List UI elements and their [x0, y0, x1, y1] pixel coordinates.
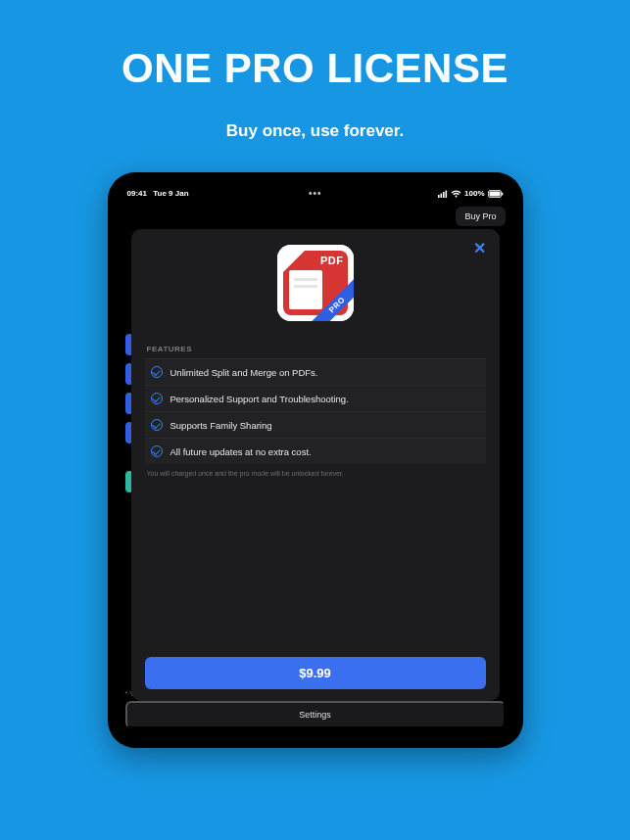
features-header: FEATURES	[147, 345, 486, 353]
settings-button[interactable]: Settings	[125, 701, 506, 728]
wifi-icon	[451, 190, 461, 198]
svg-rect-3	[446, 190, 448, 198]
feature-label: Supports Family Sharing	[170, 420, 272, 431]
fine-print: You will charged once and the pro mode w…	[147, 470, 484, 477]
feature-label: Unlimited Split and Merge on PDFs.	[170, 367, 318, 378]
status-time: 09:41	[127, 189, 147, 198]
feature-row: All future updates at no extra cost.	[145, 438, 486, 464]
app-icon-pdf-label: PDF	[320, 255, 344, 266]
svg-rect-5	[489, 191, 500, 196]
app-icon: PDF PRO	[277, 245, 354, 321]
status-date: Tue 9 Jan	[153, 189, 188, 198]
status-left: 09:41 Tue 9 Jan	[127, 189, 193, 198]
close-icon: ✕	[473, 240, 486, 257]
svg-rect-0	[438, 195, 440, 198]
feature-label: Personalized Support and Troubleshooting…	[170, 394, 349, 404]
svg-rect-6	[502, 192, 503, 195]
status-multitask-icon: •••	[309, 188, 322, 199]
battery-pct: 100%	[464, 189, 484, 198]
pro-purchase-modal: ✕ PDF PRO FEATURES Unlimited Split and M…	[131, 229, 500, 701]
check-icon	[151, 445, 163, 457]
app-icon-wrap: PDF PRO	[145, 245, 486, 321]
signal-icon	[438, 190, 448, 198]
hero-subtitle: Buy once, use forever.	[226, 121, 404, 141]
battery-icon	[488, 190, 504, 198]
status-right: 100%	[438, 189, 503, 198]
feature-row: Supports Family Sharing	[145, 411, 486, 438]
purchase-button[interactable]: $9.99	[145, 657, 486, 689]
feature-row: Unlimited Split and Merge on PDFs.	[145, 358, 486, 385]
close-button[interactable]: ✕	[469, 237, 490, 259]
nav-bar: Buy Pro	[118, 203, 513, 232]
buy-pro-button[interactable]: Buy Pro	[456, 207, 505, 226]
check-icon	[151, 366, 163, 378]
check-icon	[151, 393, 163, 404]
hero-title: ONE PRO LICENSE	[121, 45, 509, 92]
feature-label: All future updates at no extra cost.	[170, 446, 312, 457]
tablet-frame: 09:41 Tue 9 Jan ••• 100% Buy Pro	[108, 172, 523, 748]
check-icon	[151, 419, 163, 431]
svg-rect-2	[443, 192, 445, 198]
feature-row: Personalized Support and Troubleshooting…	[145, 385, 486, 411]
status-bar: 09:41 Tue 9 Jan ••• 100%	[118, 182, 513, 203]
screen: 09:41 Tue 9 Jan ••• 100% Buy Pro	[118, 182, 513, 738]
svg-rect-1	[441, 193, 443, 198]
